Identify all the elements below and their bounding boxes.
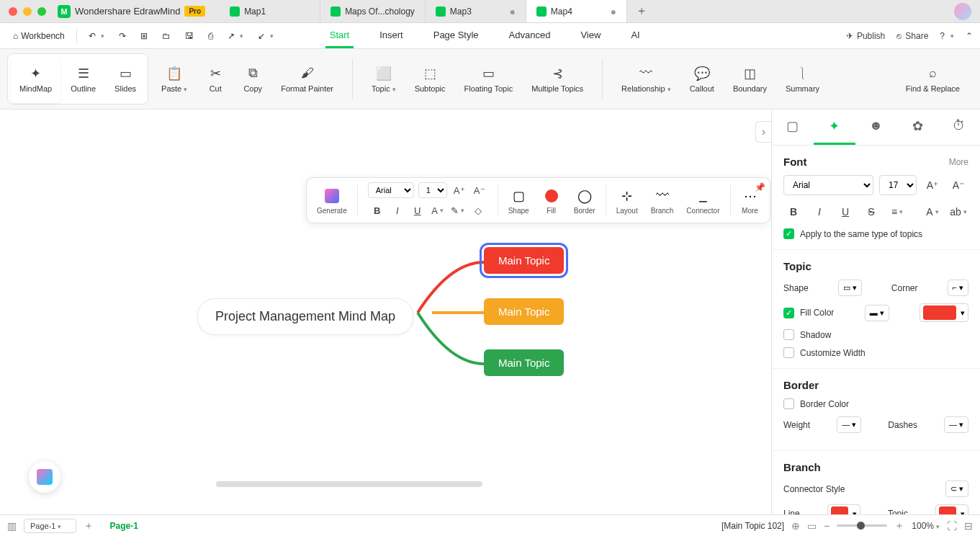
tab-map4[interactable]: Map4●	[526, 0, 627, 22]
ai-logo-icon[interactable]	[323, 187, 341, 205]
slides-mode-button[interactable]: ▭Slides	[106, 55, 145, 103]
find-replace-button[interactable]: ⌕Find & Replace	[897, 55, 968, 103]
font-size-select[interactable]: 17	[418, 182, 447, 198]
maximize-window-button[interactable]	[37, 7, 46, 16]
underline-button[interactable]: U	[410, 202, 426, 218]
help-button[interactable]: ?	[940, 31, 954, 41]
font-family-select[interactable]: Arial	[368, 182, 414, 198]
callout-button[interactable]: 💬Callout	[681, 55, 723, 103]
share-button[interactable]: ⎋ Share	[896, 31, 928, 41]
present-icon[interactable]: ▭	[807, 520, 817, 532]
connector-icon[interactable]: ⎯	[693, 187, 712, 205]
fit-screen-button[interactable]: ⛶	[947, 520, 957, 532]
pin-icon[interactable]: 📌	[755, 182, 765, 192]
menu-insert[interactable]: Insert	[375, 24, 408, 48]
tab-close-icon[interactable]: ●	[509, 6, 515, 17]
apply-same-type-checkbox[interactable]: ✓ Apply to the same type of topics	[783, 228, 968, 239]
sp-decrease-font-button[interactable]: A⁻	[948, 176, 968, 195]
tab-map1[interactable]: Map1	[220, 0, 320, 22]
sp-font-family-select[interactable]: Arial	[783, 175, 873, 195]
clear-format-button[interactable]: ◇	[470, 202, 486, 218]
sp-italic-button[interactable]: I	[809, 202, 830, 221]
fill-pattern-dropdown[interactable]: ▬ ▾	[865, 305, 889, 321]
relationship-button[interactable]: 〰Relationship	[613, 55, 680, 103]
italic-button[interactable]: I	[390, 202, 405, 218]
save-button[interactable]: 🖫	[179, 28, 199, 44]
tab-maps-of-chology[interactable]: Maps Of...chology	[320, 0, 426, 22]
zoom-in-button[interactable]: ＋	[894, 519, 904, 532]
sp-align-button[interactable]: ≡	[887, 202, 907, 221]
weight-dropdown[interactable]: — ▾	[837, 416, 861, 433]
border-icon[interactable]: ◯	[575, 187, 594, 205]
central-topic-node[interactable]: Project Management Mind Map	[197, 298, 413, 335]
undo-button[interactable]: ↶	[83, 28, 110, 44]
add-page-button[interactable]: ＋	[84, 519, 94, 532]
sp-font-color-button[interactable]: A	[922, 202, 943, 221]
add-tab-button[interactable]: ＋	[627, 0, 656, 22]
sp-tab-style[interactable]: ▢	[772, 110, 814, 145]
paste-button[interactable]: 📋Paste	[153, 55, 196, 103]
topic-node-2[interactable]: Main Topic	[484, 298, 564, 325]
mindmap-mode-button[interactable]: ✦MindMap	[11, 55, 60, 103]
sp-tab-clipart[interactable]: ✿	[896, 110, 938, 145]
topic-node-1[interactable]: Main Topic	[484, 247, 564, 274]
publish-button[interactable]: ✈ Publish	[846, 31, 885, 41]
print-button[interactable]: ⎙	[202, 28, 219, 44]
increase-font-button[interactable]: A⁺	[451, 182, 467, 198]
topic-node-3[interactable]: Main Topic	[484, 349, 564, 376]
connector-style-dropdown[interactable]: ⊂ ▾	[945, 481, 968, 497]
font-color-button[interactable]: A	[430, 202, 446, 218]
tab-close-icon[interactable]: ●	[610, 6, 616, 17]
user-avatar[interactable]	[954, 3, 971, 20]
layout-icon[interactable]: ⊹	[618, 187, 637, 205]
shape-icon[interactable]: ▢	[509, 187, 528, 205]
format-painter-button[interactable]: 🖌Format Painter	[272, 55, 342, 103]
outline-mode-button[interactable]: ☰Outline	[62, 55, 104, 103]
minimize-window-button[interactable]	[23, 7, 32, 16]
pages-icon[interactable]: ▥	[7, 520, 17, 532]
page-dropdown[interactable]: Page-1	[24, 519, 76, 533]
font-more-button[interactable]: More	[949, 157, 968, 167]
zoom-value[interactable]: 100%	[912, 521, 940, 531]
workbench-button[interactable]: ⌂ Workbench	[7, 28, 71, 44]
multiple-topics-button[interactable]: ⊰Multiple Topics	[523, 55, 592, 103]
sp-strike-button[interactable]: S	[861, 202, 881, 221]
copy-button[interactable]: ⧉Copy	[235, 55, 271, 103]
sp-tab-icons[interactable]: ☻	[855, 110, 897, 145]
zoom-slider[interactable]	[837, 524, 887, 527]
open-button[interactable]: 🗀	[156, 28, 176, 44]
collapse-ribbon-button[interactable]: ⌃	[966, 31, 973, 41]
fill-color-checkbox[interactable]: ✓ Fill Color	[783, 308, 834, 318]
dashes-dropdown[interactable]: — ▾	[944, 416, 968, 433]
menu-start[interactable]: Start	[325, 24, 354, 48]
summary-button[interactable]: ⎱Summary	[777, 55, 828, 103]
branch-icon[interactable]: 〰	[653, 187, 672, 205]
cut-button[interactable]: ✂Cut	[197, 55, 233, 103]
decrease-font-button[interactable]: A⁻	[472, 182, 487, 198]
menu-page-style[interactable]: Page Style	[429, 24, 483, 48]
topic-button[interactable]: ⬜Topic	[363, 55, 405, 103]
sp-highlight-button[interactable]: ab	[948, 202, 968, 221]
sp-underline-button[interactable]: U	[835, 202, 855, 221]
minimize-panel-button[interactable]: ⊟	[964, 520, 973, 532]
bold-button[interactable]: B	[369, 202, 385, 218]
menu-view[interactable]: View	[576, 24, 605, 48]
fill-icon[interactable]	[542, 187, 561, 205]
floating-topic-button[interactable]: ▭Floating Topic	[455, 55, 521, 103]
redo-button[interactable]: ↷	[113, 28, 132, 44]
customize-width-checkbox[interactable]: Customize Width	[783, 347, 968, 358]
sp-tab-history[interactable]: ⏱	[938, 110, 980, 145]
horizontal-scrollbar[interactable]	[216, 481, 482, 487]
side-panel-collapse-button[interactable]: ›	[755, 121, 771, 143]
topic-color-dropdown[interactable]: ▾	[935, 504, 968, 514]
tab-map3[interactable]: Map3●	[426, 0, 526, 22]
line-color-dropdown[interactable]: ▾	[827, 504, 860, 514]
close-window-button[interactable]	[9, 7, 17, 16]
sp-font-size-select[interactable]: 17	[879, 175, 917, 195]
active-page-label[interactable]: Page-1	[101, 521, 146, 531]
globe-icon[interactable]: ⊕	[791, 520, 800, 532]
import-button[interactable]: ↙	[252, 28, 279, 44]
zoom-out-button[interactable]: −	[824, 520, 830, 532]
sp-tab-format[interactable]: ✦	[814, 110, 855, 145]
menu-advanced[interactable]: Advanced	[505, 24, 555, 48]
